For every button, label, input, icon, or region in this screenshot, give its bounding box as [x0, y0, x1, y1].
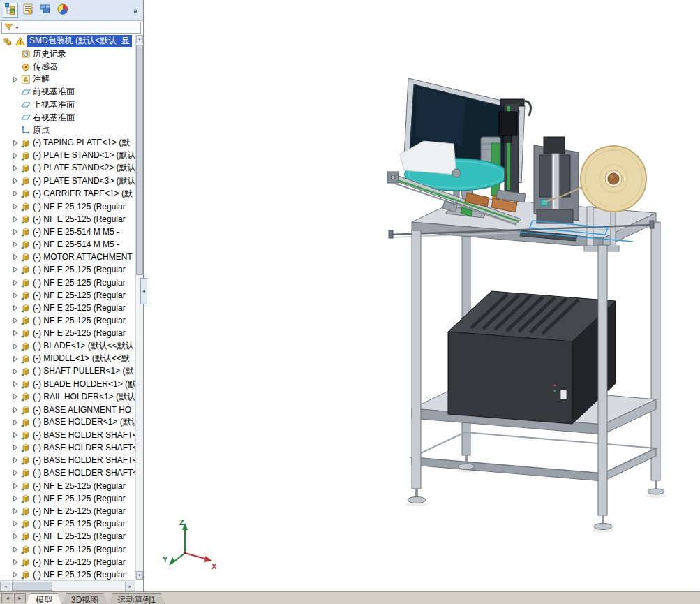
- graphics-viewport[interactable]: Z Y X: [144, 0, 700, 591]
- tree-item[interactable]: 历史记录: [0, 47, 135, 60]
- tree-item[interactable]: (-) NF E 25-125 (Regular: [0, 568, 135, 580]
- panel-splitter-handle[interactable]: ◄: [140, 278, 147, 304]
- tree-item[interactable]: (-) NF E 25-125 (Regular: [0, 517, 135, 530]
- expand-arrow-icon[interactable]: [13, 407, 20, 413]
- tree-item[interactable]: (-) PLATE STAND<1> (默认: [0, 149, 135, 162]
- expand-arrow-icon[interactable]: [13, 344, 20, 349]
- tree-item[interactable]: (-) MIDDLE<1> (默认<<默: [0, 353, 135, 365]
- expand-arrow-icon[interactable]: [13, 457, 20, 463]
- expand-arrow-icon[interactable]: [13, 280, 20, 286]
- tree-item[interactable]: (-) NF E 25-125 (Regular: [0, 200, 135, 212]
- tree-item[interactable]: (-) RAIL HOLDER<1> (默认: [0, 390, 135, 403]
- toolbar-overflow-button[interactable]: »: [133, 6, 140, 15]
- tree-item[interactable]: 传感器: [0, 60, 135, 73]
- tree-root-item[interactable]: SMD包装机 (默认<默认_显: [0, 35, 135, 47]
- tree-item[interactable]: (-) NF E 25-125 (Regular: [0, 314, 135, 327]
- tree-horizontal-scrollbar[interactable]: ◄ ►: [0, 580, 135, 591]
- tree-item[interactable]: (-) TAPING PLATE<1> (默: [0, 137, 135, 149]
- configuration-manager-tab[interactable]: [38, 3, 53, 18]
- expand-arrow-icon[interactable]: [13, 394, 20, 399]
- tree-item[interactable]: 前视基准面: [0, 86, 135, 98]
- expand-arrow-icon[interactable]: [13, 267, 20, 272]
- expand-arrow-icon[interactable]: [13, 293, 20, 298]
- tree-item[interactable]: (-) NF E 25-125 (Regular: [0, 302, 135, 314]
- expand-arrow-icon[interactable]: [13, 533, 20, 539]
- tree-item[interactable]: (-) NF E 25-125 (Regular: [0, 530, 135, 543]
- tree-item[interactable]: (-) BASE HOLDER SHAFT<: [0, 466, 135, 479]
- tree-item[interactable]: (-) NF E 25-125 (Regular: [0, 263, 135, 276]
- scroll-left-button[interactable]: ◄: [0, 582, 10, 591]
- horizontal-scrollbar-thumb[interactable]: [12, 582, 52, 591]
- tree-item[interactable]: (-) NF E 25-125 (Regular: [0, 492, 135, 505]
- tree-item[interactable]: (-) BLADE HOLDER<1> (默: [0, 378, 135, 390]
- tree-filter-bar[interactable]: ▼: [1, 22, 141, 34]
- tree-item[interactable]: 右视基准面: [0, 111, 135, 124]
- tab-scroll-right-button[interactable]: ►: [14, 593, 26, 603]
- expand-arrow-icon[interactable]: [13, 559, 20, 565]
- tree-item[interactable]: 上视基准面: [0, 98, 135, 111]
- expand-arrow-icon[interactable]: [13, 432, 20, 438]
- tree-item[interactable]: (-) NF E 25-125 (Regular: [0, 277, 135, 289]
- expand-arrow-icon[interactable]: [13, 369, 20, 374]
- expand-arrow-icon[interactable]: [13, 381, 20, 387]
- expand-arrow-icon[interactable]: [13, 305, 20, 311]
- scroll-right-button[interactable]: ►: [125, 582, 135, 591]
- tree-item[interactable]: (-) BASE HOLDER SHAFT<: [0, 429, 135, 441]
- machine-3d-model[interactable]: Z Y X: [144, 0, 700, 591]
- expand-arrow-icon[interactable]: [13, 470, 20, 476]
- tree-item[interactable]: (-) MOTOR ATTACHMENT: [0, 251, 135, 263]
- tree-item[interactable]: (-) BLADE<1> (默认<<默认: [0, 340, 135, 353]
- expand-arrow-icon[interactable]: [13, 572, 20, 577]
- expand-arrow-icon[interactable]: [13, 178, 20, 184]
- expand-arrow-icon[interactable]: [13, 508, 20, 514]
- filter-dropdown-caret-icon[interactable]: ▼: [15, 25, 20, 30]
- expand-arrow-icon[interactable]: [13, 216, 20, 222]
- tree-item[interactable]: (-) NF E 25-125 (Regular: [0, 213, 135, 226]
- expand-arrow-icon[interactable]: [13, 191, 20, 196]
- bottom-tab-active[interactable]: 模型: [27, 593, 61, 604]
- expand-arrow-icon[interactable]: [13, 242, 20, 247]
- expand-arrow-icon[interactable]: [13, 254, 20, 260]
- display-manager-tab[interactable]: [55, 3, 70, 18]
- tree-item[interactable]: (-) NF E 25-125 (Regular: [0, 289, 135, 302]
- taping-actuator[interactable]: [534, 137, 579, 223]
- tree-item[interactable]: (-) NF E 25-514 M M5 -: [0, 226, 135, 238]
- expand-arrow-icon[interactable]: [13, 330, 20, 336]
- expand-arrow-icon[interactable]: [13, 318, 20, 323]
- tree-item[interactable]: (-) NF E 25-125 (Regular: [0, 505, 135, 517]
- expand-arrow-icon[interactable]: [13, 140, 20, 146]
- expand-arrow-icon[interactable]: [13, 445, 20, 450]
- expand-arrow-icon[interactable]: [13, 420, 20, 425]
- tree-item[interactable]: (-) NF E 25-125 (Regular: [0, 480, 135, 492]
- tree-item[interactable]: (-) CARRIER TAPE<1> (默: [0, 187, 135, 200]
- tree-vertical-scrollbar[interactable]: ▲ ▼: [135, 35, 143, 580]
- tree-item[interactable]: (-) PLATE STAND<3> (默认: [0, 175, 135, 187]
- tree-item[interactable]: (-) PLATE STAND<2> (默认: [0, 162, 135, 175]
- tree-item[interactable]: (-) NF E 25-125 (Regular: [0, 543, 135, 556]
- property-manager-tab[interactable]: [20, 3, 36, 18]
- tree-item[interactable]: (-) NF E 25-125 (Regular: [0, 556, 135, 568]
- expand-arrow-icon[interactable]: [13, 547, 20, 552]
- cart-bottom-rails[interactable]: [412, 432, 656, 481]
- expand-arrow-icon[interactable]: [13, 356, 20, 362]
- tree-item[interactable]: 原点: [0, 124, 135, 136]
- scroll-up-button[interactable]: ▲: [136, 35, 143, 43]
- tree-item[interactable]: A注解: [0, 73, 135, 86]
- expand-arrow-icon[interactable]: [13, 77, 20, 82]
- tab-scroll-left-button[interactable]: ◄: [1, 593, 13, 603]
- tree-item[interactable]: (-) NF E 25-125 (Regular: [0, 327, 135, 339]
- scroll-down-button[interactable]: ▼: [136, 571, 143, 580]
- tree-item[interactable]: (-) BASE HOLDER<1> (默认: [0, 416, 135, 429]
- tree-item[interactable]: (-) BASE ALIGNMENT HO: [0, 403, 135, 415]
- expand-arrow-icon[interactable]: [13, 229, 20, 235]
- tree-item[interactable]: (-) BASE HOLDER SHAFT<: [0, 441, 135, 454]
- bottom-tab-inactive[interactable]: 运动算例1: [108, 593, 165, 604]
- expand-arrow-icon[interactable]: [13, 483, 20, 489]
- controller-box[interactable]: [448, 291, 616, 424]
- expand-arrow-icon[interactable]: [13, 496, 20, 501]
- design-tree-tab[interactable]: [3, 3, 18, 18]
- tree-item[interactable]: (-) BASE HOLDER SHAFT<: [0, 454, 135, 466]
- bottom-tab-inactive[interactable]: 3D视图: [62, 593, 107, 604]
- tree-item[interactable]: (-) SHAFT PULLER<1> (默: [0, 365, 135, 378]
- expand-arrow-icon[interactable]: [13, 521, 20, 526]
